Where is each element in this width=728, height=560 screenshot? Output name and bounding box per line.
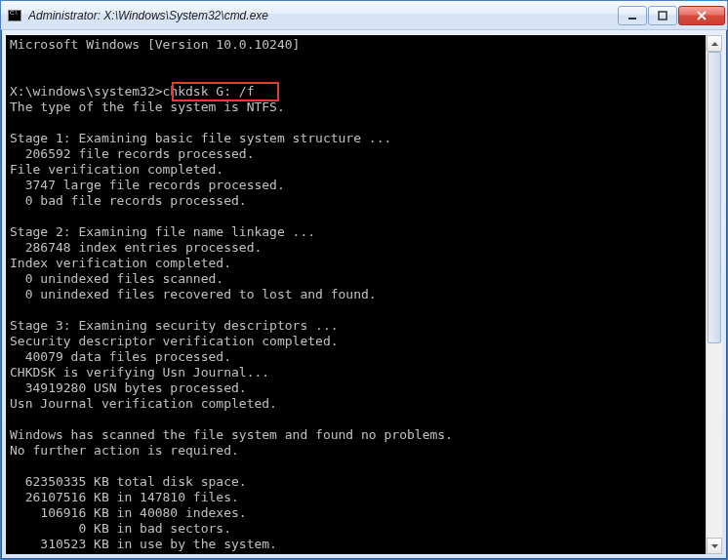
terminal-line: 286748 index entries processed. xyxy=(10,240,706,256)
scroll-up-button[interactable] xyxy=(707,35,722,52)
terminal-line: Windows has scanned the file system and … xyxy=(10,427,706,443)
terminal-line: 26107516 KB in 147810 files. xyxy=(10,490,706,505)
terminal-line xyxy=(10,209,706,224)
terminal-line: 0 unindexed files recovered to lost and … xyxy=(10,287,706,302)
terminal-line: 34919280 USN bytes processed. xyxy=(10,380,706,396)
client-area: Microsoft Windows [Version 10.0.10240]X:… xyxy=(6,35,722,554)
terminal-line xyxy=(10,412,706,427)
terminal-line: X:\windows\system32>chkdsk G: /f xyxy=(10,84,706,100)
terminal-line: 310523 KB in use by the system. xyxy=(10,537,706,552)
titlebar[interactable]: C:\ Administrator: X:\Windows\System32\c… xyxy=(1,1,727,30)
terminal-line xyxy=(10,459,706,474)
window-title: Administrator: X:\Windows\System32\cmd.e… xyxy=(28,9,618,22)
terminal-line: 3747 large file records processed. xyxy=(10,178,706,193)
minimize-button[interactable] xyxy=(618,6,647,25)
terminal-line xyxy=(10,302,706,318)
terminal-line: The type of the file system is NTFS. xyxy=(10,100,706,115)
svg-rect-0 xyxy=(628,18,636,20)
terminal-line xyxy=(10,115,706,131)
scroll-thumb[interactable] xyxy=(708,52,721,343)
maximize-button[interactable] xyxy=(648,6,677,25)
terminal-line: Index verification completed. xyxy=(10,256,706,271)
terminal-line: 62350335 KB total disk space. xyxy=(10,474,706,490)
minimize-icon xyxy=(627,11,637,20)
terminal-line: Security descriptor verification complet… xyxy=(10,334,706,349)
terminal-line xyxy=(10,53,706,68)
cmd-icon: C:\ xyxy=(7,8,22,23)
chevron-up-icon xyxy=(711,42,718,46)
window-controls xyxy=(618,6,725,25)
terminal-line: CHKDSK is verifying Usn Journal... xyxy=(10,365,706,380)
terminal-line: 40079 data files processed. xyxy=(10,349,706,365)
terminal-line xyxy=(10,68,706,84)
terminal-line: Microsoft Windows [Version 10.0.10240] xyxy=(10,37,706,53)
terminal-line: 0 bad file records processed. xyxy=(10,193,706,209)
terminal-line: Stage 1: Examining basic file system str… xyxy=(10,131,706,146)
terminal-line: No further action is required. xyxy=(10,443,706,459)
terminal-line: 106916 KB in 40080 indexes. xyxy=(10,505,706,521)
terminal-line: File verification completed. xyxy=(10,162,706,178)
scroll-track[interactable] xyxy=(707,52,722,538)
close-button[interactable] xyxy=(678,6,725,25)
scroll-down-button[interactable] xyxy=(707,538,722,554)
terminal-output[interactable]: Microsoft Windows [Version 10.0.10240]X:… xyxy=(6,35,706,554)
chevron-down-icon xyxy=(711,544,718,548)
maximize-icon xyxy=(658,11,667,20)
cmd-window: C:\ Administrator: X:\Windows\System32\c… xyxy=(0,0,728,560)
terminal-line: 206592 file records processed. xyxy=(10,146,706,162)
terminal-line: Stage 2: Examining file name linkage ... xyxy=(10,224,706,240)
terminal-line: Usn Journal verification completed. xyxy=(10,396,706,412)
terminal-line: Stage 3: Examining security descriptors … xyxy=(10,318,706,334)
vertical-scrollbar[interactable] xyxy=(706,35,722,554)
svg-rect-1 xyxy=(659,12,667,20)
terminal-line: 0 unindexed files scanned. xyxy=(10,271,706,287)
terminal-line: 0 KB in bad sectors. xyxy=(10,521,706,537)
close-icon xyxy=(696,11,708,20)
